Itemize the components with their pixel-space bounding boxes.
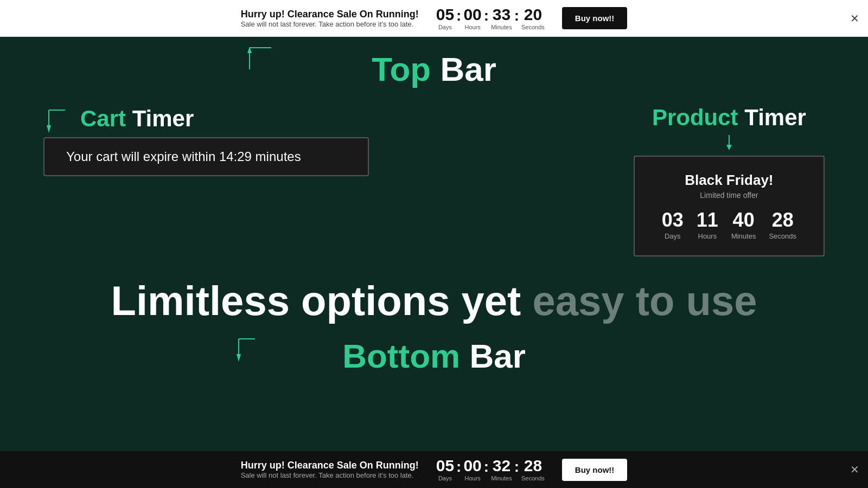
top-bar-hours-unit: 00 Hours bbox=[463, 7, 481, 30]
top-bar-hours-number: 00 bbox=[463, 7, 481, 23]
cart-timer-arrow bbox=[43, 105, 76, 137]
product-seconds-num: 28 bbox=[772, 210, 794, 230]
top-bar-title: Hurry up! Clearance Sale On Running! bbox=[241, 9, 419, 20]
bottom-bar-minutes-label: Minutes bbox=[491, 475, 512, 481]
top-bar-arrow bbox=[239, 42, 282, 77]
product-seconds-unit: 28 Seconds bbox=[769, 210, 796, 240]
bottom-bar-minutes-number: 32 bbox=[493, 458, 510, 474]
top-bar-seconds-number: 20 bbox=[524, 7, 542, 23]
bottom-bar-days-number: 05 bbox=[436, 458, 454, 474]
bottom-bar-minutes-unit: 32 Minutes bbox=[491, 458, 512, 481]
bottom-bar-colon-1: : bbox=[456, 458, 461, 476]
top-bar-colon-3: : bbox=[514, 7, 519, 24]
bottom-bar-heading: Bottom Bar bbox=[342, 337, 526, 375]
product-timer-arrow-wrap bbox=[721, 135, 737, 153]
bottom-bar-heading-white: Bar bbox=[469, 337, 525, 375]
top-bar-minutes-number: 33 bbox=[493, 7, 510, 23]
top-bar-label-section: Top Bar bbox=[0, 37, 868, 88]
big-heading: Limitless options yet easy to use bbox=[43, 278, 825, 324]
product-timer-numbers: 03 Days 11 Hours 40 Minutes 28 Seconds bbox=[662, 210, 796, 240]
bottom-bar-title: Hurry up! Clearance Sale On Running! bbox=[241, 460, 419, 471]
product-timer-box-subtitle: Limited time offer bbox=[662, 191, 796, 200]
top-bar-days-number: 05 bbox=[436, 7, 454, 23]
product-days-unit: 03 Days bbox=[662, 210, 684, 240]
bottom-bar-seconds-unit: 28 Seconds bbox=[521, 458, 545, 481]
top-bar-heading-white: Bar bbox=[440, 50, 496, 88]
product-minutes-num: 40 bbox=[733, 210, 755, 230]
top-bar-heading: Top Bar bbox=[372, 50, 496, 88]
big-heading-faded: easy to use bbox=[533, 278, 757, 324]
bottom-bar-seconds-number: 28 bbox=[524, 458, 542, 474]
bottom-bar-hours-number: 00 bbox=[463, 458, 481, 474]
bottom-bar-hours-unit: 00 Hours bbox=[463, 458, 481, 481]
top-bar-text: Hurry up! Clearance Sale On Running! Sal… bbox=[241, 9, 419, 28]
product-hours-num: 11 bbox=[697, 210, 718, 230]
product-timer-label-green: Product bbox=[652, 105, 738, 130]
product-hours-label: Hours bbox=[698, 232, 717, 240]
cart-timer-label: Cart Timer bbox=[80, 106, 194, 132]
bottom-bar-colon-2: : bbox=[484, 458, 489, 476]
cart-timer-label-green: Cart bbox=[80, 106, 126, 131]
product-days-num: 03 bbox=[662, 210, 684, 230]
main-content: Top Bar Cart Timer Your cart will expire bbox=[0, 0, 868, 488]
top-bar-seconds-label: Seconds bbox=[521, 24, 545, 30]
product-days-label: Days bbox=[665, 232, 681, 240]
product-minutes-unit: 40 Minutes bbox=[731, 210, 756, 240]
top-bar: Hurry up! Clearance Sale On Running! Sal… bbox=[0, 0, 868, 37]
top-bar-close-button[interactable]: ✕ bbox=[850, 13, 859, 24]
timers-row: Cart Timer Your cart will expire within … bbox=[0, 94, 868, 256]
bottom-bar-text: Hurry up! Clearance Sale On Running! Sal… bbox=[241, 460, 419, 479]
big-heading-text: Limitless options yet bbox=[111, 278, 532, 324]
bottom-bar-buy-button[interactable]: Buy now!! bbox=[562, 459, 628, 481]
cart-timer-text: Your cart will expire within 14:29 minut… bbox=[66, 149, 301, 164]
bottom-bar-close-button[interactable]: ✕ bbox=[850, 464, 859, 475]
bottom-bar-arrow bbox=[233, 333, 271, 368]
bottom-bar-hours-label: Hours bbox=[464, 475, 480, 481]
product-timer-label-white: Timer bbox=[744, 105, 806, 130]
bottom-bar-days-unit: 05 Days bbox=[436, 458, 454, 481]
cart-timer-box: Your cart will expire within 14:29 minut… bbox=[43, 137, 369, 176]
cart-timer-section: Cart Timer Your cart will expire within … bbox=[43, 105, 369, 176]
bottom-bar-heading-green: Bottom bbox=[342, 337, 460, 375]
big-heading-section: Limitless options yet easy to use bbox=[0, 278, 868, 324]
cart-timer-label-white: Timer bbox=[132, 106, 194, 131]
bottom-bar-subtitle: Sale will not last forever. Take action … bbox=[241, 471, 419, 479]
top-bar-colon-1: : bbox=[456, 7, 461, 24]
svg-marker-7 bbox=[726, 145, 732, 150]
svg-marker-10 bbox=[237, 354, 241, 362]
top-bar-days-label: Days bbox=[438, 24, 452, 30]
top-bar-hours-label: Hours bbox=[464, 24, 480, 30]
product-timer-label: Product Timer bbox=[652, 105, 806, 131]
bottom-bar-days-label: Days bbox=[438, 475, 452, 481]
top-bar-subtitle: Sale will not last forever. Take action … bbox=[241, 20, 419, 28]
product-timer-arrow bbox=[721, 135, 737, 151]
top-bar-minutes-label: Minutes bbox=[491, 24, 512, 30]
top-bar-buy-button[interactable]: Buy now!! bbox=[562, 7, 628, 29]
bottom-bar: Hurry up! Clearance Sale On Running! Sal… bbox=[0, 451, 868, 488]
product-hours-unit: 11 Hours bbox=[697, 210, 718, 240]
top-bar-colon-2: : bbox=[484, 7, 489, 24]
svg-marker-5 bbox=[47, 125, 51, 133]
top-bar-days-unit: 05 Days bbox=[436, 7, 454, 30]
product-timer-box: Black Friday! Limited time offer 03 Days… bbox=[634, 156, 825, 256]
bottom-bar-seconds-label: Seconds bbox=[521, 475, 545, 481]
top-bar-heading-green: Top bbox=[372, 50, 431, 88]
bottom-bar-timer: 05 Days : 00 Hours : 32 Minutes : 28 Sec… bbox=[436, 458, 545, 481]
product-seconds-label: Seconds bbox=[769, 232, 796, 240]
top-bar-minutes-unit: 33 Minutes bbox=[491, 7, 512, 30]
bottom-bar-label-section: Bottom Bar bbox=[0, 324, 868, 375]
top-bar-timer: 05 Days : 00 Hours : 33 Minutes : 20 Sec… bbox=[436, 7, 545, 30]
bottom-bar-colon-3: : bbox=[514, 458, 519, 476]
product-timer-section: Product Timer Black Friday! Limited time… bbox=[634, 105, 825, 256]
product-minutes-label: Minutes bbox=[731, 232, 756, 240]
top-bar-seconds-unit: 20 Seconds bbox=[521, 7, 545, 30]
product-timer-box-title: Black Friday! bbox=[662, 172, 796, 189]
